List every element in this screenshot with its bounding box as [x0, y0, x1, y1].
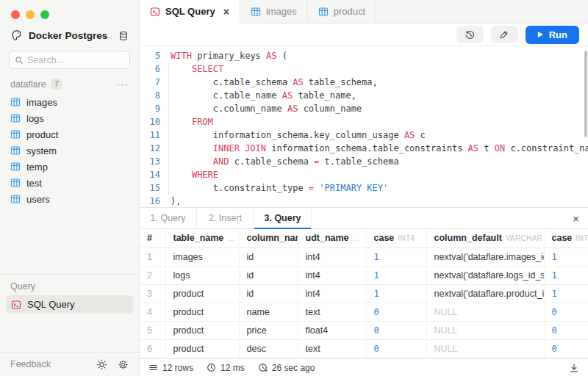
data-cell[interactable]: logs: [165, 266, 239, 284]
table-row[interactable]: 5productpricefloat40NULL0: [140, 321, 588, 339]
export-download-icon[interactable]: [569, 363, 579, 373]
row-number-cell[interactable]: 6: [140, 339, 165, 358]
editor-line[interactable]: 11 information_schema.key_column_usage A…: [140, 129, 588, 142]
editor-tab[interactable]: images: [240, 0, 308, 23]
data-cell[interactable]: 0: [544, 339, 588, 358]
editor-line[interactable]: 14 WHERE: [140, 168, 588, 181]
row-number-cell[interactable]: 2: [140, 266, 165, 284]
sidebar-table-item[interactable]: users: [0, 191, 139, 207]
run-query-button[interactable]: Run: [526, 26, 579, 44]
result-tab[interactable]: 2. Insert: [197, 208, 254, 228]
schema-menu-icon[interactable]: ···: [117, 79, 129, 90]
data-cell[interactable]: product: [165, 321, 239, 339]
data-cell[interactable]: nextval('dataflare.logs_id_seq'…: [426, 266, 544, 284]
data-cell[interactable]: 1: [366, 247, 426, 266]
data-cell[interactable]: name: [239, 303, 298, 321]
data-cell[interactable]: price: [239, 321, 298, 339]
data-cell[interactable]: 0: [366, 339, 426, 358]
data-cell[interactable]: product: [165, 303, 239, 321]
sidebar-table-item[interactable]: temp: [0, 159, 139, 175]
data-cell[interactable]: id: [239, 266, 298, 284]
result-tab[interactable]: 1. Query: [140, 208, 197, 228]
data-cell[interactable]: 0: [366, 321, 426, 339]
data-cell[interactable]: nextval('dataflare.product_id_…: [426, 284, 544, 303]
row-number-cell[interactable]: 1: [140, 247, 165, 266]
data-cell[interactable]: id: [239, 284, 298, 303]
row-number-cell[interactable]: 3: [140, 284, 165, 303]
format-query-button[interactable]: [491, 26, 518, 43]
sidebar-table-item[interactable]: logs: [0, 110, 139, 126]
data-cell[interactable]: 1: [366, 266, 426, 284]
editor-tab[interactable]: SQL Query ×: [140, 0, 240, 23]
table-row[interactable]: 1imagesidint41nextval('dataflare.images_…: [140, 247, 588, 266]
search-input[interactable]: [27, 55, 124, 65]
close-tab-icon[interactable]: ×: [223, 7, 229, 17]
editor-scrollbar[interactable]: [584, 51, 587, 137]
sidebar-table-item[interactable]: images: [0, 94, 139, 110]
editor-line[interactable]: 12 INNER JOIN information_schema.table_c…: [140, 142, 588, 155]
data-cell[interactable]: 1: [544, 284, 588, 303]
data-cell[interactable]: 0: [366, 303, 426, 321]
data-cell[interactable]: 0: [544, 321, 588, 339]
table-row[interactable]: 6productdesctext0NULL0: [140, 339, 588, 358]
editor-line[interactable]: 16),: [140, 195, 588, 207]
query-history-button[interactable]: [456, 26, 484, 43]
editor-line[interactable]: 6 SELECT: [140, 62, 588, 76]
column-header[interactable]: udt_name...: [298, 229, 366, 247]
data-cell[interactable]: NULL: [426, 321, 544, 339]
row-number-cell[interactable]: 5: [140, 321, 165, 339]
database-icon[interactable]: [118, 31, 129, 41]
column-header[interactable]: caseINT4: [544, 229, 588, 247]
data-cell[interactable]: product: [165, 284, 239, 303]
data-cell[interactable]: NULL: [426, 339, 544, 358]
data-cell[interactable]: 1: [366, 284, 426, 303]
editor-line[interactable]: 5WITH primary_keys AS (: [140, 49, 588, 62]
data-cell[interactable]: product: [165, 339, 239, 358]
table-row[interactable]: 2logsidint41nextval('dataflare.logs_id_s…: [140, 266, 588, 284]
row-number-cell[interactable]: 4: [140, 303, 165, 321]
data-cell[interactable]: float4: [298, 321, 366, 339]
theme-sun-icon[interactable]: [96, 359, 107, 370]
sidebar-table-item[interactable]: system: [0, 142, 139, 159]
editor-line[interactable]: 15 t.constraint_type = 'PRIMARY KEY': [140, 181, 588, 195]
data-cell[interactable]: text: [298, 339, 366, 358]
data-cell[interactable]: 1: [544, 247, 588, 266]
close-results-icon[interactable]: ×: [573, 212, 579, 225]
sidebar-search[interactable]: [9, 51, 130, 69]
close-window-button[interactable]: [11, 10, 20, 19]
column-header[interactable]: column_defaultVARCHAR: [426, 229, 544, 247]
zoom-window-button[interactable]: [40, 10, 49, 19]
data-cell[interactable]: int4: [298, 266, 366, 284]
feedback-link[interactable]: Feedback: [10, 359, 86, 369]
data-cell[interactable]: 1: [544, 266, 588, 284]
settings-gear-icon[interactable]: [118, 359, 129, 370]
column-header[interactable]: caseINT4: [366, 229, 426, 247]
data-cell[interactable]: images: [165, 247, 239, 266]
result-tab[interactable]: 3. Query: [254, 208, 312, 228]
data-cell[interactable]: int4: [298, 247, 366, 266]
minimize-window-button[interactable]: [26, 10, 35, 19]
sidebar-item-sql-query[interactable]: SQL Query: [6, 295, 133, 314]
sidebar-table-item[interactable]: product: [0, 126, 139, 142]
sql-editor[interactable]: 5WITH primary_keys AS (6 SELECT7 c.table…: [140, 46, 588, 207]
editor-tab[interactable]: product: [308, 0, 376, 23]
data-cell[interactable]: id: [239, 247, 298, 266]
data-cell[interactable]: int4: [298, 284, 366, 303]
sidebar-table-item[interactable]: test: [0, 175, 139, 191]
data-cell[interactable]: nextval('dataflare.images_id_s…: [426, 247, 544, 266]
table-row[interactable]: 3productidint41nextval('dataflare.produc…: [140, 284, 588, 303]
data-cell[interactable]: desc: [239, 339, 298, 358]
data-cell[interactable]: NULL: [426, 303, 544, 321]
editor-line[interactable]: 8 c.table_name AS table_name,: [140, 89, 588, 102]
schema-row[interactable]: dataflare 7 ···: [0, 69, 139, 93]
column-header[interactable]: #: [140, 229, 165, 247]
editor-line[interactable]: 7 c.table_schema AS table_schema,: [140, 76, 588, 89]
editor-line[interactable]: 13 AND c.table_schema = t.table_schema: [140, 155, 588, 168]
data-cell[interactable]: text: [298, 303, 366, 321]
data-cell[interactable]: 0: [544, 303, 588, 321]
column-header[interactable]: column_name...: [239, 229, 298, 247]
table-row[interactable]: 4productnametext0NULL0: [140, 303, 588, 321]
editor-line[interactable]: 9 c.column_name AS column_name: [140, 102, 588, 115]
editor-line[interactable]: 10 FROM: [140, 115, 588, 129]
column-header[interactable]: table_name...: [165, 229, 239, 247]
